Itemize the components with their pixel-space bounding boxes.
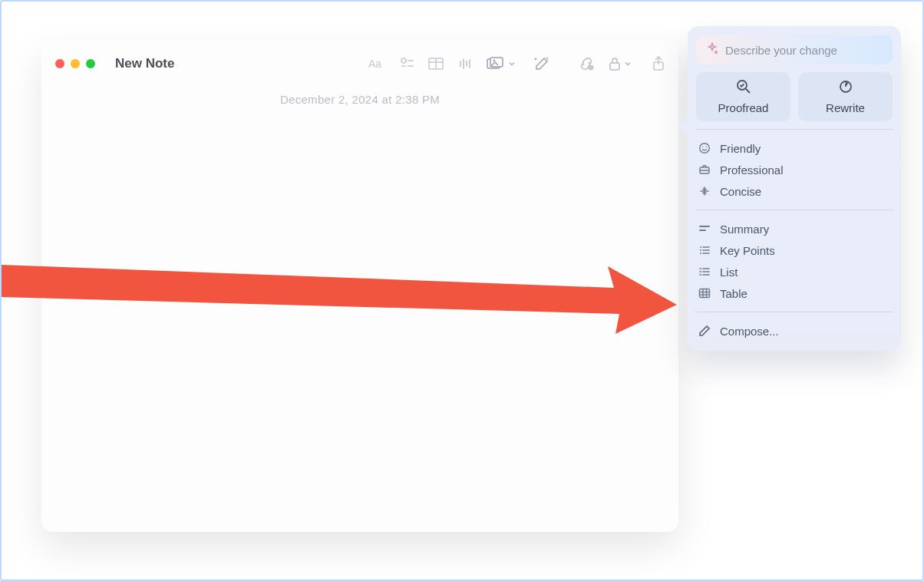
notes-window: New Note Aa <box>41 41 678 532</box>
divider <box>695 312 893 312</box>
describe-change-input[interactable] <box>725 44 883 57</box>
svg-point-32 <box>700 246 701 248</box>
svg-point-25 <box>702 147 703 147</box>
tone-professional[interactable]: Professional <box>696 159 893 180</box>
summary-label: Summary <box>720 223 769 236</box>
tone-friendly[interactable]: Friendly <box>696 137 893 159</box>
minimize-window-button[interactable] <box>71 59 80 68</box>
proofread-button[interactable]: Proofread <box>696 72 790 121</box>
media-button[interactable] <box>487 57 516 71</box>
close-window-button[interactable] <box>55 59 64 68</box>
briefcase-icon <box>698 163 711 176</box>
titlebar: New Note Aa <box>41 41 678 87</box>
svg-line-21 <box>746 89 750 93</box>
note-timestamp: December 2, 2024 at 2:38 PM <box>41 93 678 106</box>
note-title: New Note <box>115 56 174 71</box>
proofread-rewrite-row: Proofread Rewrite <box>696 72 893 121</box>
writing-tools-button[interactable] <box>533 56 550 71</box>
bullets-icon <box>698 245 711 256</box>
list-label: List <box>720 266 738 279</box>
compose-action[interactable]: Compose... <box>696 320 893 342</box>
traffic-lights <box>55 59 95 68</box>
lock-button[interactable] <box>609 57 632 71</box>
describe-change-field[interactable] <box>696 35 893 64</box>
pencil-icon <box>698 325 711 337</box>
format-summary[interactable]: Summary <box>696 218 893 239</box>
text-format-button[interactable]: Aa <box>368 57 385 71</box>
rewrite-button[interactable]: Rewrite <box>798 72 893 121</box>
divider <box>695 210 893 210</box>
svg-rect-18 <box>610 63 619 70</box>
svg-point-14 <box>493 60 496 62</box>
list-icon <box>698 266 711 277</box>
svg-point-24 <box>700 144 710 154</box>
svg-point-36 <box>700 253 701 254</box>
format-table[interactable]: Table <box>696 282 893 304</box>
professional-label: Professional <box>720 163 784 177</box>
checklist-button[interactable] <box>400 57 414 71</box>
concise-label: Concise <box>720 185 761 198</box>
rewrite-label: Rewrite <box>826 101 865 114</box>
table-label: Table <box>720 287 747 300</box>
table-button[interactable] <box>428 58 444 70</box>
svg-point-1 <box>401 58 406 63</box>
writing-tools-popover: Proofread Rewrite Friendly Professional <box>688 26 901 351</box>
summary-icon <box>698 224 711 233</box>
format-list[interactable]: List <box>696 261 893 282</box>
svg-point-26 <box>706 147 707 147</box>
friendly-label: Friendly <box>720 142 761 155</box>
audio-button[interactable] <box>458 57 472 71</box>
table-icon <box>698 288 711 299</box>
share-button[interactable] <box>652 56 665 71</box>
keypoints-label: Key Points <box>720 244 775 257</box>
toolbar: Aa <box>368 56 665 71</box>
rewrite-icon <box>838 79 853 97</box>
format-keypoints[interactable]: Key Points <box>696 239 893 261</box>
svg-point-34 <box>700 249 701 251</box>
smile-icon <box>698 142 711 154</box>
zoom-window-button[interactable] <box>86 59 95 68</box>
magnifier-check-icon <box>736 79 751 97</box>
svg-rect-44 <box>700 289 710 298</box>
tone-concise[interactable]: Concise <box>696 180 893 202</box>
collapse-icon <box>698 185 711 197</box>
sparkle-icon <box>705 41 719 58</box>
link-button[interactable] <box>579 57 594 71</box>
divider <box>695 129 893 130</box>
compose-label: Compose... <box>720 325 779 338</box>
proofread-label: Proofread <box>718 101 769 114</box>
svg-text:Aa: Aa <box>368 58 381 70</box>
